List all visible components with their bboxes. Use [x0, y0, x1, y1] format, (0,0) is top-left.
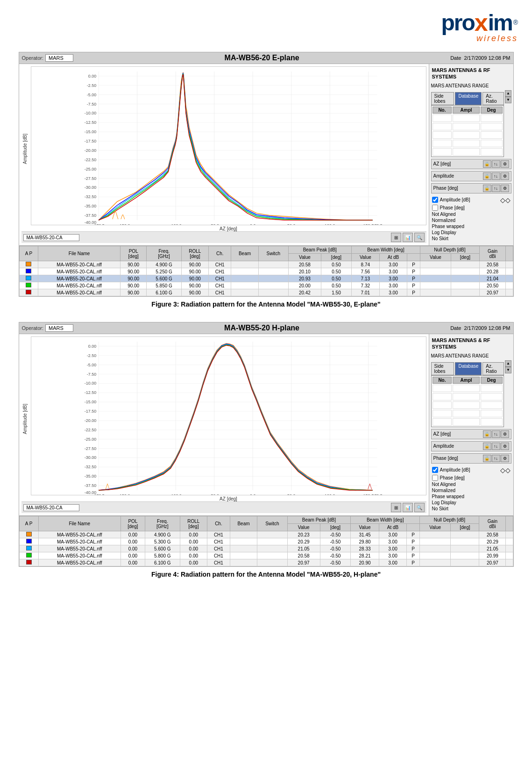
svg-text:-2.50: -2.50: [86, 353, 96, 358]
cb3-amplitude[interactable]: [432, 197, 438, 203]
phase4-btn3[interactable]: ⚙: [501, 455, 509, 462]
svg-text:-25.00: -25.00: [84, 167, 96, 172]
phase3-control: Phase [deg] 🔒 ↑↓ ⚙: [431, 183, 511, 193]
scroll3-up[interactable]: ▲: [505, 90, 511, 97]
tab3-sidelobes[interactable]: Side lobes: [431, 92, 454, 105]
amplitude4-control: Amplitude 🔒 ↑↓ ⚙: [431, 441, 511, 451]
scroll4-up[interactable]: ▲: [505, 360, 511, 367]
option3-notaligned: Not Aligned: [432, 212, 511, 217]
phase4-btn1[interactable]: 🔒: [483, 455, 491, 462]
svg-text:0.00: 0.00: [88, 344, 96, 349]
tab4-azratio[interactable]: Az. Ratio: [482, 362, 504, 375]
table-row: MA-WB55-20-CAL.nff 0.00 6.100 G 0.00 CH1…: [19, 559, 513, 566]
phase4-control: Phase [deg] 🔒 ↑↓ ⚙: [431, 453, 511, 464]
opt3-noskirt-label: No Skirt: [432, 236, 449, 241]
svg-text:-30.00: -30.00: [84, 455, 96, 460]
option3-normalized: Normalized: [432, 218, 511, 223]
svg-text:-50.0: -50.0: [209, 223, 219, 225]
amp3-btn2[interactable]: ↑↓: [492, 172, 500, 180]
tab3-database[interactable]: Database: [455, 92, 482, 105]
tab4-database[interactable]: Database: [455, 362, 482, 375]
az3-control: AZ [deg] 🔒 ↑↓ ⚙: [431, 159, 511, 169]
opt3-logdisplay-label: Log Display: [432, 230, 456, 235]
chart4-yaxis-container: Amplitude [dB]: [21, 336, 426, 501]
opt4-logdisplay-label: Log Display: [432, 500, 456, 505]
th4-nddeg: [deg]: [451, 524, 479, 531]
opt4-amplitude-label: Amplitude [dB]: [440, 467, 470, 472]
th3-beamwidth: Beam Width [deg]: [351, 246, 420, 254]
cb4-amplitude[interactable]: [432, 467, 438, 473]
chart4-svg: 0.00 -2.50 -5.00 -7.50 -10.00 -12.50 -15…: [31, 336, 426, 495]
sidebar3-scrollbar[interactable]: ▲ ▼: [505, 90, 511, 103]
sidebar4-table: No. Ampl Deg: [431, 375, 504, 427]
operator4-value: MARS: [45, 324, 73, 332]
az3-btn1[interactable]: 🔒: [483, 160, 491, 168]
az3-btn3[interactable]: ⚙: [501, 160, 509, 168]
svg-text:-2.50: -2.50: [86, 83, 96, 88]
svg-text:-7.50: -7.50: [86, 372, 96, 377]
az4-btn2[interactable]: ↑↓: [492, 430, 500, 438]
data-table4: A P File Name POL[deg] Freq.[GHz] ROLL[d…: [19, 516, 513, 566]
svg-text:-5.00: -5.00: [86, 93, 96, 97]
scroll3-down[interactable]: ▼: [505, 97, 511, 103]
toolbar3-btn1[interactable]: ⊞: [391, 233, 401, 242]
cb3-phase[interactable]: [432, 205, 438, 211]
az4-btn3[interactable]: ⚙: [501, 430, 509, 438]
figure4-caption: Figure 4: Radiation pattern for the Ante…: [14, 571, 518, 578]
svg-text:179.5: 179.5: [372, 493, 382, 495]
th3-nddeg: [deg]: [451, 254, 479, 261]
date4-area: Date 2/17/2009 12:08 PM: [450, 325, 510, 331]
amp3-btn3[interactable]: ⚙: [501, 172, 509, 180]
date3-label: Date: [450, 55, 461, 61]
phase4-btn2[interactable]: ↑↓: [492, 455, 500, 462]
th4-bwatdb: At dB: [379, 524, 406, 531]
table-row: MA-WB55-20-CAL.nff 0.00 4.900 G 0.00 CH1…: [19, 531, 513, 538]
az3-btn2[interactable]: ↑↓: [492, 160, 500, 168]
date3-value: 2/17/2009 12:08 PM: [464, 55, 510, 61]
th3-freq: Freq.[GHz]: [147, 246, 181, 261]
table-row: MA-WB55-20-CAL.nff 90.00 5.600 G 90.00 C…: [19, 275, 513, 282]
az4-label: AZ [deg]: [433, 431, 451, 436]
amplitude4-label: Amplitude: [433, 443, 454, 449]
toolbar3-btn2[interactable]: 📊: [403, 233, 413, 242]
table-row: MA-WB55-20-CAL.nff 90.00 6.100 G 90.00 C…: [19, 289, 513, 296]
th4-ch: Ch.: [207, 516, 230, 531]
phase3-btn2[interactable]: ↑↓: [492, 185, 500, 192]
th4-gain: GaindBi: [479, 516, 506, 531]
th3-bpdeg: [deg]: [321, 254, 352, 261]
col4-ampl: Ampl: [453, 377, 479, 384]
table3-area: A P File Name POL[deg] Freq.[GHz] ROLL[d…: [19, 245, 513, 296]
svg-text:0.00: 0.00: [88, 74, 96, 79]
phase3-btn3[interactable]: ⚙: [501, 185, 509, 192]
tab4-sidelobes[interactable]: Side lobes: [431, 362, 454, 375]
chart3-area: Amplitude [dB]: [19, 64, 429, 245]
amp3-btn1[interactable]: 🔒: [483, 172, 491, 180]
toolbar4-btn3[interactable]: 🔍: [414, 503, 425, 512]
col3-ampl: Ampl: [453, 107, 479, 114]
chart4-name: MA-WB55-20-CA: [23, 504, 79, 511]
toolbar3-btn3[interactable]: 🔍: [414, 233, 425, 242]
az4-btn1[interactable]: 🔒: [483, 430, 491, 438]
sidebar4-scrollbar[interactable]: ▲ ▼: [505, 360, 511, 373]
th4-filename: File Name: [38, 516, 121, 531]
svg-text:-10.00: -10.00: [84, 111, 96, 115]
col4-deg: Deg: [481, 377, 503, 384]
panel4-header: Operator: MARS MA-WB55-20 H-plane Date 2…: [19, 322, 513, 334]
phase3-btn1[interactable]: 🔒: [483, 185, 491, 192]
svg-text:179.5: 179.5: [372, 223, 382, 225]
option4-notaligned: Not Aligned: [432, 482, 511, 487]
opt4-noskirt-label: No Skirt: [432, 506, 449, 511]
amp4-btn3[interactable]: ⚙: [501, 443, 509, 450]
toolbar4-btn2[interactable]: 📊: [403, 503, 413, 512]
amp4-btn1[interactable]: 🔒: [483, 443, 491, 450]
option3-noskirt: No Skirt: [432, 236, 511, 241]
svg-rect-52: [71, 337, 386, 495]
cb4-phase[interactable]: [432, 475, 438, 481]
svg-text:-7.50: -7.50: [86, 102, 96, 107]
scroll4-down[interactable]: ▼: [505, 367, 511, 373]
opt4-phase-label: Phase [deg]: [440, 475, 465, 480]
toolbar4-btn1[interactable]: ⊞: [391, 503, 401, 512]
amp4-btn2[interactable]: ↑↓: [492, 443, 500, 450]
th3-pol: POL[deg]: [120, 246, 147, 261]
tab3-azratio[interactable]: Az. Ratio: [482, 92, 504, 105]
